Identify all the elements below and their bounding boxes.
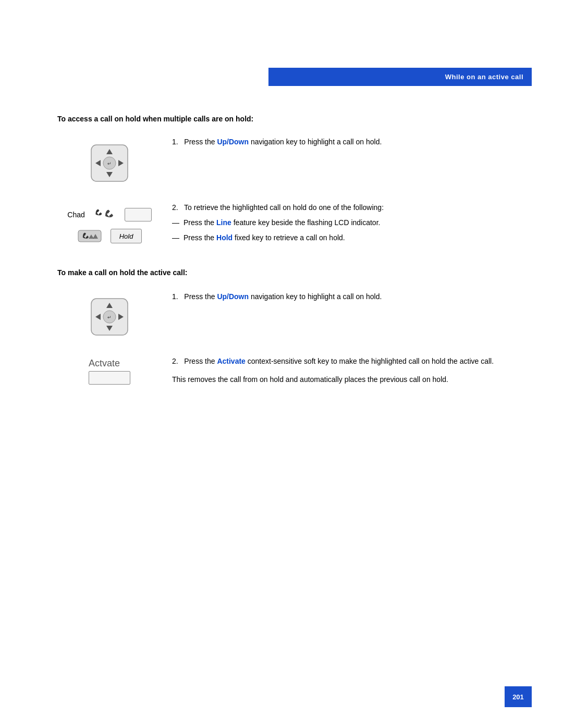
section1-step2-text: 2. To retrieve the highlighted call on h… xyxy=(162,202,521,248)
activate-container: Actvate xyxy=(89,358,130,385)
section2-step2-text: 2. Press the Activate context-sensitive … xyxy=(162,356,521,385)
header-title: While on an active call xyxy=(445,73,523,81)
section1-step2: Chad xyxy=(57,202,521,248)
chad-line-1: Chad xyxy=(67,207,151,222)
section2-heading: To make a call on hold the active call: xyxy=(57,268,521,277)
nav-key-svg-2: ↵ xyxy=(86,293,133,340)
nav-key-image-2: ↵ xyxy=(57,291,162,340)
activate-box xyxy=(89,371,130,385)
section1-step1-text: 1. Press the Up/Down navigation key to h… xyxy=(162,138,521,149)
header-bar: While on an active call xyxy=(268,68,532,86)
phone-hold-icon xyxy=(77,228,103,244)
page-number: 201 xyxy=(505,686,532,707)
svg-rect-7 xyxy=(78,230,101,242)
nav-key-image-1: ↵ xyxy=(57,138,162,187)
sub-bullet-2: — Press the Hold fixed key to retrieve a… xyxy=(172,232,521,243)
phone-icons xyxy=(94,207,117,222)
nav-key-svg-1: ↵ xyxy=(86,140,133,187)
section1-heading: To access a call on hold when multiple c… xyxy=(57,115,521,123)
activate-image: Actvate xyxy=(57,356,162,385)
hold-key-box: Hold xyxy=(111,229,142,243)
chad-images: Chad xyxy=(57,202,162,244)
section2-step1-text: 1. Press the Up/Down navigation key to h… xyxy=(162,291,521,302)
feature-key-box-1 xyxy=(125,208,152,221)
svg-text:↵: ↵ xyxy=(107,161,112,166)
sub-bullet-1: — Press the Line feature key beside the … xyxy=(172,217,521,228)
section1-step1: ↵ 1. Press the Up/Down navigation key to… xyxy=(57,138,521,187)
page-container: While on an active call To access a call… xyxy=(0,0,563,728)
svg-text:↵: ↵ xyxy=(107,315,112,320)
section2-step1: ↵ 1. Press the Up/Down navigation key to… xyxy=(57,291,521,340)
section2-step2: Actvate 2. Press the Activate context-se… xyxy=(57,356,521,385)
additional-text: This removes the call from on hold and a… xyxy=(172,374,521,385)
sub-bullets-1: — Press the Line feature key beside the … xyxy=(172,217,521,243)
chad-line-2: Hold xyxy=(77,228,142,244)
main-content: To access a call on hold when multiple c… xyxy=(57,115,521,401)
